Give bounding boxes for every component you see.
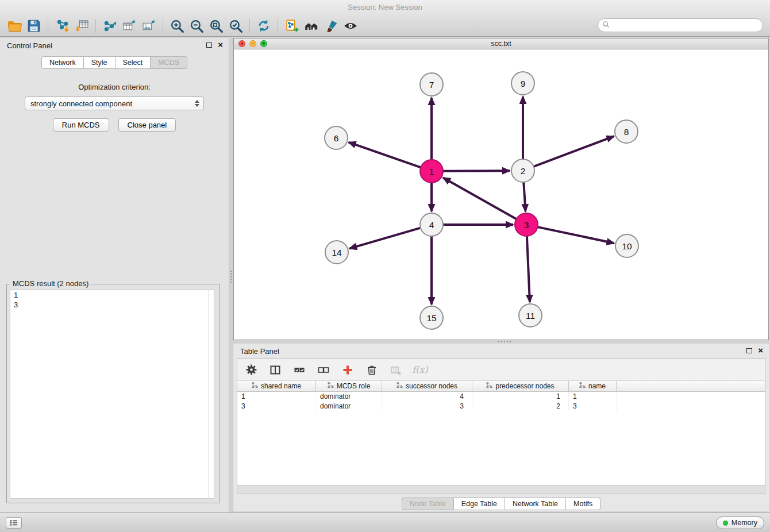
edge-4-14[interactable] xyxy=(349,228,421,249)
select-all-icon[interactable] xyxy=(292,363,306,377)
table-cell[interactable]: 3 xyxy=(382,402,472,411)
edge-3-11[interactable] xyxy=(527,236,530,302)
svg-text:8: 8 xyxy=(624,127,629,137)
close-panel-icon[interactable]: × xyxy=(218,41,223,49)
edge-3-10[interactable] xyxy=(538,227,614,243)
show-panels-button[interactable] xyxy=(6,517,22,529)
minimize-window-icon[interactable]: − xyxy=(249,40,256,47)
table-row[interactable]: 1dominator411 xyxy=(237,392,765,402)
add-icon[interactable] xyxy=(341,363,355,377)
table-tab-node-table[interactable]: Node Table xyxy=(402,498,454,510)
column-header-predecessor-nodes[interactable]: predecessor nodes xyxy=(472,381,569,391)
maximize-window-icon[interactable]: + xyxy=(260,40,267,47)
float-panel-icon[interactable] xyxy=(206,43,212,48)
node-11[interactable]: 11 xyxy=(519,304,542,327)
table-cell[interactable]: 3 xyxy=(569,402,617,411)
zoom-fit-icon[interactable] xyxy=(206,17,226,34)
edge-1-6[interactable] xyxy=(349,142,421,168)
column-header-successor-nodes[interactable]: successor nodes xyxy=(382,381,472,391)
column-header-label: MCDS role xyxy=(337,382,371,390)
network-canvas[interactable]: 7968124314101511 xyxy=(234,49,768,340)
tab-style[interactable]: Style xyxy=(84,56,116,69)
table-horizontal-scrollbar[interactable] xyxy=(237,485,765,494)
table-panel-header: Table Panel × xyxy=(233,344,769,358)
import-table-icon[interactable] xyxy=(72,17,91,34)
export-network-icon[interactable] xyxy=(100,17,120,34)
tab-network[interactable]: Network xyxy=(41,56,84,69)
mcds-result-item[interactable]: 1 xyxy=(10,290,214,300)
settings-icon[interactable] xyxy=(244,363,258,377)
table-row[interactable]: 3dominator323 xyxy=(237,402,765,411)
node-7[interactable]: 7 xyxy=(420,73,443,96)
mcds-result-group: MCDS result (2 nodes) 13 xyxy=(6,284,220,503)
tab-select[interactable]: Select xyxy=(116,56,151,69)
node-6[interactable]: 6 xyxy=(325,126,348,149)
node-14[interactable]: 14 xyxy=(325,241,348,264)
memory-button[interactable]: Memory xyxy=(716,516,764,529)
table-cell[interactable]: dominator xyxy=(316,392,382,402)
node-8[interactable]: 8 xyxy=(615,120,638,143)
table-tab-edge-table[interactable]: Edge Table xyxy=(454,498,505,510)
mcds-result-item[interactable]: 3 xyxy=(10,300,214,310)
network-window-title: scc.txt xyxy=(491,40,511,48)
node-3[interactable]: 3 xyxy=(515,213,538,236)
table-tab-network-table[interactable]: Network Table xyxy=(505,498,566,510)
close-panel-button[interactable]: Close panel xyxy=(118,118,176,132)
network-canvas-area: 7968124314101511 xyxy=(234,49,768,340)
node-10[interactable]: 10 xyxy=(615,234,638,257)
open-session-icon[interactable] xyxy=(5,17,24,34)
zoom-selected-icon[interactable] xyxy=(226,17,245,34)
node-15[interactable]: 15 xyxy=(420,306,443,329)
optimization-criterion-select[interactable]: strongly connected component xyxy=(25,97,204,110)
edge-3-1[interactable] xyxy=(443,178,517,219)
refresh-layout-icon[interactable] xyxy=(254,17,274,34)
delete-icon[interactable] xyxy=(365,363,379,377)
node-4[interactable]: 4 xyxy=(420,213,443,236)
table-cell[interactable]: 2 xyxy=(472,402,569,411)
node-1[interactable]: 1 xyxy=(420,160,443,183)
home-icon[interactable] xyxy=(302,17,321,34)
column-header-MCDS-role[interactable]: MCDS role xyxy=(316,381,382,391)
column-header-name[interactable]: name xyxy=(569,381,617,391)
zoom-out-icon[interactable] xyxy=(187,17,206,34)
deselect-all-icon[interactable] xyxy=(317,363,330,377)
node-2[interactable]: 2 xyxy=(511,159,534,182)
svg-text:15: 15 xyxy=(426,313,436,323)
control-panel-tabs: NetworkStyleSelectMCDS xyxy=(0,56,229,69)
table-cell[interactable]: 3 xyxy=(237,402,316,411)
save-session-icon[interactable] xyxy=(24,17,44,34)
tab-mcds[interactable]: MCDS xyxy=(151,56,187,69)
network-window-titlebar[interactable]: × − + scc.txt xyxy=(234,38,768,49)
show-hide-icon[interactable] xyxy=(341,17,360,34)
table-cell[interactable]: 1 xyxy=(472,392,569,402)
search-input[interactable] xyxy=(610,21,763,30)
vertical-splitter[interactable] xyxy=(229,38,233,512)
table-cell[interactable]: 1 xyxy=(237,392,316,402)
edge-1-2[interactable] xyxy=(443,171,510,171)
table-panel-title: Table Panel xyxy=(240,347,279,356)
table-cell[interactable]: dominator xyxy=(316,402,382,411)
style-brush-icon[interactable] xyxy=(321,17,341,34)
svg-text:14: 14 xyxy=(332,248,342,257)
column-attribute-icon xyxy=(328,382,334,390)
import-network-icon[interactable] xyxy=(52,17,72,34)
table-tab-motifs[interactable]: Motifs xyxy=(566,498,600,510)
search-field[interactable] xyxy=(598,18,763,32)
close-window-icon[interactable]: × xyxy=(238,40,245,47)
columns-icon[interactable] xyxy=(268,363,282,377)
mcds-result-list[interactable]: 13 xyxy=(10,290,214,499)
float-table-panel-icon[interactable] xyxy=(746,348,752,353)
table-cell[interactable]: 1 xyxy=(569,392,617,402)
edge-2-3[interactable] xyxy=(523,182,525,211)
export-table-icon[interactable] xyxy=(120,17,139,34)
node-9[interactable]: 9 xyxy=(511,72,534,95)
control-panel-title: Control Panel xyxy=(7,41,52,50)
clone-network-icon[interactable] xyxy=(282,17,302,34)
zoom-in-icon[interactable] xyxy=(167,17,187,34)
table-cell[interactable]: 4 xyxy=(382,392,472,402)
export-image-icon[interactable] xyxy=(139,17,159,34)
run-mcds-button[interactable]: Run MCDS xyxy=(53,118,109,132)
close-table-panel-icon[interactable]: × xyxy=(758,346,763,354)
edge-2-8[interactable] xyxy=(534,136,614,167)
column-header-shared-name[interactable]: shared name xyxy=(237,381,316,391)
